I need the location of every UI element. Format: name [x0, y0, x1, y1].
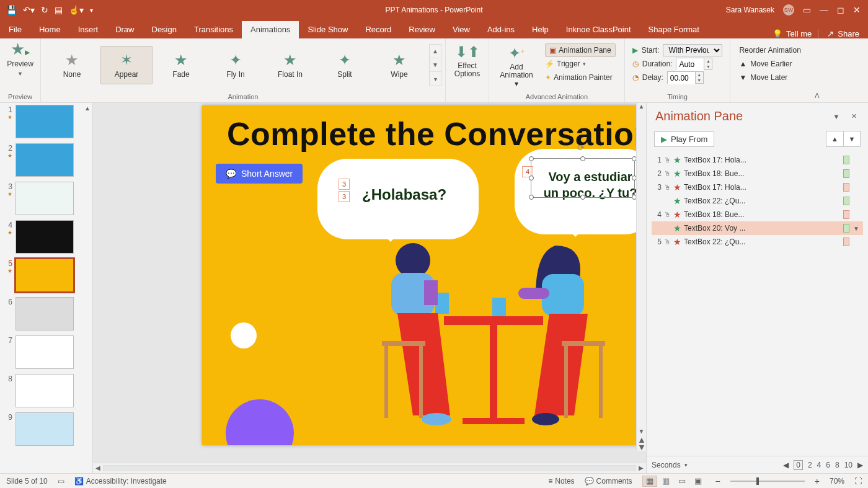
- reading-view-icon[interactable]: ▭: [675, 476, 689, 487]
- close-icon[interactable]: ✕: [853, 5, 861, 15]
- user-name[interactable]: Sara Wanasek: [726, 6, 774, 14]
- anim-item-0[interactable]: 1🖱★TextBox 17: Hola...: [652, 153, 863, 167]
- notes-button[interactable]: ≡Notes: [548, 477, 574, 486]
- anim-wipe[interactable]: ★Wipe: [373, 46, 425, 84]
- delay-field[interactable]: ▲▼: [667, 71, 704, 84]
- accessibility-status[interactable]: ♿ Accessibility: Investigate: [74, 477, 167, 486]
- thumb-2[interactable]: 2★: [2, 144, 90, 176]
- thumb-5[interactable]: 5★: [2, 259, 90, 291]
- play-from-button[interactable]: ▶ Play From: [654, 131, 714, 147]
- tab-addins[interactable]: Add-ins: [479, 21, 523, 38]
- animation-painter-button[interactable]: ✦ Animation Painter: [545, 71, 616, 84]
- pane-options-icon[interactable]: ▼: [831, 111, 842, 122]
- anim-item-3[interactable]: ★TextBox 22: ¿Qu...: [652, 194, 863, 208]
- tab-classpoint[interactable]: Inknoe ClassPoint: [557, 21, 640, 38]
- save-icon[interactable]: 💾: [6, 5, 17, 15]
- add-animation-button[interactable]: ✦+ AddAnimation ▾: [493, 41, 540, 89]
- slide-counter[interactable]: Slide 5 of 10: [6, 477, 48, 486]
- thumb-7[interactable]: 7: [2, 336, 90, 368]
- anim-tag-3a[interactable]: 3: [339, 179, 350, 190]
- tell-me-search[interactable]: 💡 Tell me: [773, 29, 818, 38]
- tab-record[interactable]: Record: [356, 21, 400, 38]
- short-answer-button[interactable]: 💬 Short Answer: [216, 164, 303, 184]
- thumb-6[interactable]: 6: [2, 298, 90, 330]
- rotate-handle-icon[interactable]: ⟳: [577, 143, 588, 154]
- anim-split[interactable]: ✦Split: [319, 46, 371, 84]
- tab-view[interactable]: View: [444, 21, 479, 38]
- anim-flyin[interactable]: ✦Fly In: [210, 46, 262, 84]
- tab-design[interactable]: Design: [143, 21, 185, 38]
- gallery-down-icon[interactable]: ▼: [430, 58, 441, 72]
- anim-appear[interactable]: ✶Appear: [100, 46, 153, 84]
- anim-tag-3b[interactable]: 3: [339, 191, 350, 202]
- slide-5[interactable]: Complete the Conversation 💬 Short Answer…: [202, 105, 646, 445]
- notes-pane-icon[interactable]: ▭: [58, 477, 64, 486]
- zoom-in-icon[interactable]: +: [815, 476, 820, 486]
- comments-button[interactable]: 💬Comments: [585, 477, 632, 486]
- gallery-up-icon[interactable]: ▲: [430, 45, 441, 58]
- anim-move-down-icon[interactable]: ▼: [843, 131, 861, 147]
- ribbon-display-icon[interactable]: ▭: [803, 5, 811, 15]
- anim-item-2[interactable]: 3🖱★TextBox 17: Hola...: [652, 180, 863, 194]
- move-earlier-button[interactable]: ▲Move Earlier: [739, 57, 800, 71]
- tab-home[interactable]: Home: [30, 21, 69, 38]
- tab-transitions[interactable]: Transitions: [185, 21, 242, 38]
- tab-review[interactable]: Review: [400, 21, 444, 38]
- normal-view-icon[interactable]: ▦: [642, 476, 657, 487]
- hscroll-left-icon[interactable]: ◀: [93, 464, 103, 471]
- sorter-view-icon[interactable]: ▥: [658, 476, 673, 487]
- thumb-1[interactable]: 1★: [2, 105, 90, 138]
- vscroll-up-icon[interactable]: ▲: [639, 103, 645, 110]
- tick-next-icon[interactable]: ▶: [857, 461, 863, 469]
- maximize-icon[interactable]: ◻: [837, 5, 844, 15]
- redo-icon[interactable]: ↻: [41, 5, 48, 15]
- slideshow-view-icon[interactable]: ▣: [691, 476, 706, 487]
- thumb-4[interactable]: 4★: [2, 221, 90, 253]
- share-button[interactable]: ↗ Share: [818, 29, 868, 38]
- collapse-ribbon-icon[interactable]: ᐱ: [810, 38, 825, 102]
- animation-pane-button[interactable]: ▣ Animation Pane: [545, 43, 616, 57]
- tab-file[interactable]: File: [0, 21, 30, 38]
- anim-move-up-icon[interactable]: ▲: [826, 131, 843, 147]
- duration-field[interactable]: ▲▼: [676, 58, 712, 70]
- thumbs-scroll-up-icon[interactable]: ▲: [82, 103, 92, 113]
- gallery-more-icon[interactable]: ▾: [430, 72, 441, 86]
- start-select[interactable]: With Previous: [663, 44, 722, 56]
- zoom-slider[interactable]: [730, 481, 805, 482]
- tab-insert[interactable]: Insert: [69, 21, 107, 38]
- anim-floatin[interactable]: ★Float In: [264, 46, 316, 84]
- anim-item-5[interactable]: ★TextBox 20: Voy ...▼: [652, 221, 863, 235]
- undo-icon[interactable]: ↶▾: [23, 5, 35, 15]
- thumb-3[interactable]: 3★: [2, 182, 90, 215]
- anim-item-1[interactable]: 2🖱★TextBox 18: Bue...: [652, 167, 863, 180]
- tab-draw[interactable]: Draw: [107, 21, 143, 38]
- zoom-level[interactable]: 70%: [830, 477, 844, 486]
- touch-mode-icon[interactable]: ☝▾: [69, 5, 84, 15]
- hscroll-right-icon[interactable]: ▶: [636, 464, 646, 471]
- effect-options-button[interactable]: ⬇⬆ Effect Options: [450, 41, 485, 78]
- fit-to-window-icon[interactable]: ⛶: [854, 477, 862, 486]
- thumb-8[interactable]: 8: [2, 375, 90, 407]
- user-avatar[interactable]: SW: [783, 4, 794, 16]
- next-slide-icon[interactable]: ⯆: [639, 444, 645, 451]
- canvas-horizontal-scrollbar[interactable]: ◀ ▶: [93, 462, 646, 473]
- tab-slideshow[interactable]: Slide Show: [299, 21, 356, 38]
- minimize-icon[interactable]: —: [820, 5, 828, 15]
- thumb-9[interactable]: 9: [2, 413, 90, 445]
- tab-shapeformat[interactable]: Shape Format: [640, 21, 708, 38]
- tab-animations[interactable]: Animations: [242, 21, 299, 38]
- prev-slide-icon[interactable]: ⯅: [639, 437, 645, 444]
- canvas-vertical-scrollbar[interactable]: ▲ ▼ ⯅ ⯆: [636, 103, 646, 451]
- preview-button[interactable]: ★▶ Preview ▼: [3, 41, 38, 77]
- zoom-out-icon[interactable]: −: [715, 476, 720, 486]
- tick-prev-icon[interactable]: ◀: [783, 461, 789, 469]
- qat-more-icon[interactable]: ▾: [90, 7, 93, 14]
- anim-none[interactable]: ★None: [46, 46, 98, 84]
- present-icon[interactable]: ▤: [55, 5, 63, 15]
- trigger-button[interactable]: ⚡ Trigger ▾: [545, 57, 616, 71]
- tab-help[interactable]: Help: [523, 21, 557, 38]
- pane-close-icon[interactable]: ✕: [848, 111, 859, 122]
- anim-item-6[interactable]: 5🖱★TextBox 22: ¿Qu...: [652, 235, 863, 249]
- move-later-button[interactable]: ▼Move Later: [739, 71, 800, 84]
- vscroll-down-icon[interactable]: ▼: [639, 428, 645, 435]
